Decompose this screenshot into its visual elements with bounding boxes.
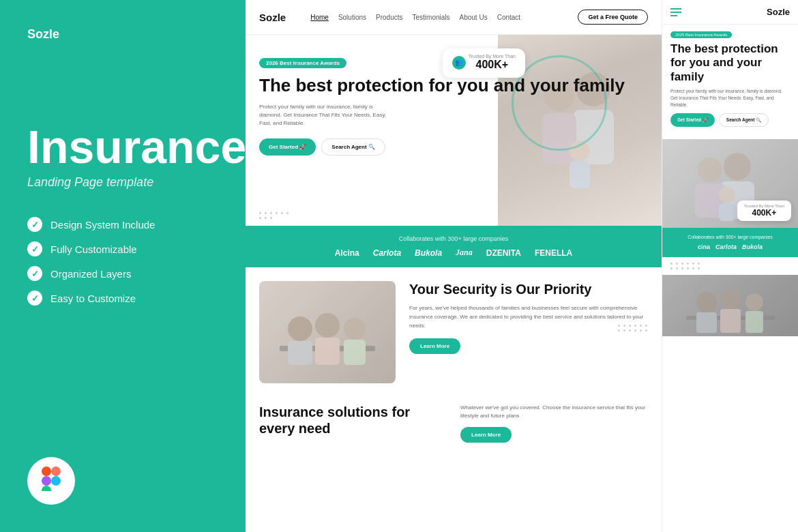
mobile-trusted-badge: Trusted By More Than 400K+ <box>737 201 791 221</box>
svg-rect-26 <box>696 312 717 333</box>
get-started-button[interactable]: Get Started 🚀 <box>259 138 316 156</box>
nav-link-about[interactable]: About Us <box>460 14 488 21</box>
svg-rect-2 <box>42 476 51 486</box>
logo-fenella: FENELLA <box>535 248 572 258</box>
security-learn-button[interactable]: Learn More <box>409 338 460 354</box>
feature-item-3: Organized Layers <box>27 266 218 281</box>
solutions-left: Insurance solutions for every need <box>259 404 447 443</box>
feature-item-1: Design System Include <box>27 217 218 232</box>
figma-icon <box>42 467 61 496</box>
nav-link-testimonials[interactable]: Testimonials <box>412 14 449 21</box>
mobile-dots-decoration <box>662 257 798 275</box>
svg-rect-23 <box>719 203 735 221</box>
right-wrapper: Sozle Home Solutions Products Testimonia… <box>246 0 798 532</box>
mobile-logos-row: cina Carlota Bukola <box>670 243 790 250</box>
svg-point-14 <box>315 313 340 338</box>
check-icon-2 <box>27 241 42 256</box>
logo-bukola: Bukola <box>415 248 442 258</box>
check-icon-1 <box>27 217 42 232</box>
hero-badge: 2026 Best Insurance Awards <box>259 58 346 68</box>
svg-rect-3 <box>42 486 51 491</box>
feature-list: Design System Include Fully Customizable… <box>27 217 218 306</box>
nav-link-products[interactable]: Products <box>376 14 402 21</box>
mobile-get-started-button[interactable]: Get Started 🚀 <box>670 113 715 127</box>
security-content: Your Security is Our Priority For years,… <box>409 281 648 354</box>
solutions-title: Insurance solutions for every need <box>259 404 447 437</box>
mobile-hero: 2025 Best Insurance Awards The best prot… <box>662 25 798 139</box>
mobile-logo-2: Bukola <box>742 243 763 250</box>
mobile-search-agent-button[interactable]: Search Agent 🔍 <box>719 113 769 127</box>
left-panel: Sozle Insurance Landing Page template De… <box>0 0 246 532</box>
svg-rect-28 <box>720 309 741 333</box>
mobile-trusted-number: 400K+ <box>744 208 784 218</box>
trusted-label: Trusted By More Than <box>469 54 516 59</box>
svg-point-27 <box>720 289 741 309</box>
trusted-badge: 👥 Trusted By More Than 400K+ <box>443 48 525 78</box>
logo-dzenita: DZENITA <box>486 248 521 258</box>
mobile-family-image: Trusted By More Than 400K+ <box>662 139 798 228</box>
figma-badge <box>27 457 75 505</box>
mobile-buttons: Get Started 🚀 Search Agent 🔍 <box>670 113 790 127</box>
nav-link-home[interactable]: Home <box>310 14 329 21</box>
svg-point-25 <box>696 292 717 312</box>
svg-rect-15 <box>315 338 340 365</box>
mobile-nav: Sozle <box>662 0 798 25</box>
left-subtitle: Landing Page template <box>27 175 218 190</box>
check-icon-4 <box>27 291 42 306</box>
search-agent-button[interactable]: Search Agent 🔍 <box>321 138 385 156</box>
hero-buttons: Get Started 🚀 Search Agent 🔍 <box>259 138 641 156</box>
nav-link-contact[interactable]: Contact <box>497 14 520 21</box>
mobile-security-image <box>662 275 798 336</box>
mobile-brand: Sozle <box>767 7 790 17</box>
logos-row: Alcina Carlota Bukola Jana DZENITA FENEL… <box>259 248 648 258</box>
security-image <box>259 281 396 383</box>
security-section: Your Security is Our Priority For years,… <box>246 267 662 397</box>
logo-alcina: Alcina <box>335 248 359 258</box>
main-preview: Sozle Home Solutions Products Testimonia… <box>246 0 662 532</box>
svg-point-29 <box>745 293 763 311</box>
svg-point-12 <box>288 316 312 341</box>
logo-carlota: Carlota <box>373 248 401 258</box>
hero-title: The best protection for you and your fam… <box>259 75 641 96</box>
feature-item-4: Easy to Customize <box>27 291 218 306</box>
trusted-number: 400K+ <box>469 59 516 71</box>
nav-link-solutions[interactable]: Solutions <box>338 14 366 21</box>
solutions-section: Insurance solutions for every need Whate… <box>246 397 662 449</box>
feature-item-2: Fully Customizable <box>27 241 218 256</box>
svg-point-20 <box>698 158 722 182</box>
mobile-preview: Sozle 2025 Best Insurance Awards The bes… <box>662 0 798 532</box>
svg-point-18 <box>724 153 751 180</box>
mobile-badge: 2025 Best Insurance Awards <box>670 31 732 38</box>
svg-rect-17 <box>344 340 366 365</box>
security-description: For years, we've helped thousands of fam… <box>409 304 648 330</box>
mobile-logos-title: Collaborates with 300+ large companies <box>670 235 790 239</box>
mobile-title: The best protection for you and your fam… <box>670 42 790 84</box>
svg-rect-30 <box>745 311 763 333</box>
mobile-menu-icon[interactable] <box>670 8 681 16</box>
left-brand: Sozle <box>27 27 218 42</box>
solutions-description: Whatever we've got you covered. Choose t… <box>460 404 648 420</box>
svg-rect-1 <box>51 467 61 476</box>
preview-nav: Sozle Home Solutions Products Testimonia… <box>246 0 662 35</box>
mobile-logo-1: Carlota <box>715 243 737 250</box>
logos-title: Collaborates with 300+ large companies <box>259 235 648 242</box>
logos-section: Collaborates with 300+ large companies A… <box>246 226 662 267</box>
svg-rect-0 <box>42 467 51 476</box>
svg-point-16 <box>344 318 366 340</box>
office-photo <box>259 281 396 383</box>
solutions-right: Whatever we've got you covered. Choose t… <box>460 404 648 443</box>
mobile-logo-0: cina <box>698 243 710 250</box>
trusted-avatar: 👥 <box>452 56 466 70</box>
mobile-logos-section: Collaborates with 300+ large companies c… <box>662 228 798 257</box>
dots-decoration-3 <box>618 325 648 331</box>
nav-cta-button[interactable]: Get a Free Quote <box>578 10 648 25</box>
left-title: Insurance <box>27 123 218 170</box>
logo-jana: Jana <box>456 248 473 258</box>
svg-rect-13 <box>288 341 312 365</box>
preview-hero: 2026 Best Insurance Awards The best prot… <box>246 35 662 226</box>
nav-links: Home Solutions Products Testimonials Abo… <box>310 14 567 21</box>
svg-point-22 <box>719 187 735 203</box>
solutions-learn-button[interactable]: Learn More <box>460 427 512 443</box>
check-icon-3 <box>27 266 42 281</box>
mobile-description: Protect your family with our insurance, … <box>670 88 790 108</box>
